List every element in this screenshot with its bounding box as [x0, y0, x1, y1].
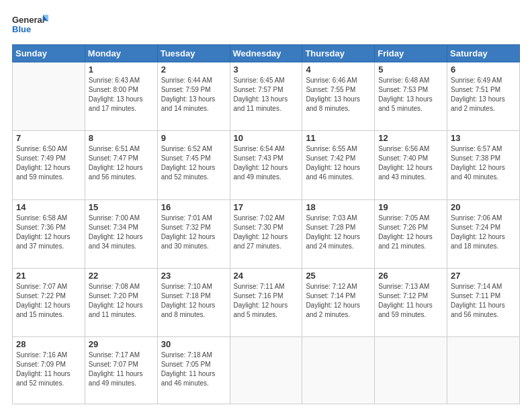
- day-info: Sunrise: 6:55 AM Sunset: 7:42 PM Dayligh…: [306, 144, 371, 182]
- day-number: 23: [161, 271, 226, 281]
- day-number: 18: [306, 202, 371, 212]
- calendar-cell: 21Sunrise: 7:07 AM Sunset: 7:22 PM Dayli…: [13, 268, 85, 336]
- day-number: 2: [161, 64, 226, 75]
- day-number: 8: [89, 133, 154, 143]
- calendar-cell: 12Sunrise: 6:56 AM Sunset: 7:40 PM Dayli…: [375, 131, 447, 199]
- calendar-cell: 15Sunrise: 7:00 AM Sunset: 7:34 PM Dayli…: [85, 199, 157, 268]
- calendar-cell: 17Sunrise: 7:02 AM Sunset: 7:30 PM Dayli…: [230, 199, 302, 268]
- day-info: Sunrise: 7:02 AM Sunset: 7:30 PM Dayligh…: [234, 214, 299, 251]
- day-info: Sunrise: 6:56 AM Sunset: 7:40 PM Dayligh…: [378, 144, 443, 182]
- calendar-cell: 28Sunrise: 7:16 AM Sunset: 7:09 PM Dayli…: [13, 337, 85, 404]
- calendar-cell: 23Sunrise: 7:10 AM Sunset: 7:18 PM Dayli…: [157, 268, 230, 336]
- day-number: 4: [306, 64, 371, 75]
- col-header-friday: Friday: [375, 45, 447, 62]
- svg-text:General: General: [12, 15, 44, 25]
- day-info: Sunrise: 7:16 AM Sunset: 7:09 PM Dayligh…: [16, 351, 81, 388]
- day-info: Sunrise: 7:10 AM Sunset: 7:18 PM Dayligh…: [161, 282, 226, 320]
- col-header-monday: Monday: [85, 45, 157, 62]
- day-number: 29: [89, 339, 154, 349]
- day-info: Sunrise: 7:11 AM Sunset: 7:16 PM Dayligh…: [234, 282, 299, 320]
- col-header-saturday: Saturday: [447, 45, 520, 62]
- day-number: 26: [378, 271, 443, 281]
- calendar-week-row: 28Sunrise: 7:16 AM Sunset: 7:09 PM Dayli…: [13, 337, 520, 404]
- day-info: Sunrise: 6:57 AM Sunset: 7:38 PM Dayligh…: [451, 144, 516, 182]
- day-number: 3: [234, 64, 299, 75]
- day-number: 17: [234, 202, 299, 212]
- day-number: 6: [451, 64, 516, 75]
- calendar-cell: 29Sunrise: 7:17 AM Sunset: 7:07 PM Dayli…: [85, 337, 157, 404]
- calendar-cell: [13, 62, 85, 131]
- day-number: 14: [16, 202, 81, 212]
- day-number: 30: [161, 339, 226, 349]
- calendar-cell: 14Sunrise: 6:58 AM Sunset: 7:36 PM Dayli…: [13, 199, 85, 268]
- calendar-cell: 8Sunrise: 6:51 AM Sunset: 7:47 PM Daylig…: [85, 131, 157, 199]
- day-info: Sunrise: 6:49 AM Sunset: 7:51 PM Dayligh…: [451, 76, 516, 113]
- calendar-cell: 2Sunrise: 6:44 AM Sunset: 7:59 PM Daylig…: [157, 62, 230, 131]
- day-info: Sunrise: 7:14 AM Sunset: 7:11 PM Dayligh…: [451, 282, 516, 320]
- day-number: 16: [161, 202, 226, 212]
- day-number: 13: [451, 133, 516, 143]
- day-info: Sunrise: 7:07 AM Sunset: 7:22 PM Dayligh…: [16, 282, 81, 320]
- calendar-week-row: 21Sunrise: 7:07 AM Sunset: 7:22 PM Dayli…: [13, 268, 520, 336]
- col-header-thursday: Thursday: [302, 45, 375, 62]
- day-info: Sunrise: 7:03 AM Sunset: 7:28 PM Dayligh…: [306, 214, 371, 251]
- calendar-cell: 6Sunrise: 6:49 AM Sunset: 7:51 PM Daylig…: [447, 62, 520, 131]
- calendar-week-row: 1Sunrise: 6:43 AM Sunset: 8:00 PM Daylig…: [13, 62, 520, 131]
- day-info: Sunrise: 6:45 AM Sunset: 7:57 PM Dayligh…: [234, 76, 299, 113]
- calendar-header-row: SundayMondayTuesdayWednesdayThursdayFrid…: [13, 45, 520, 62]
- calendar-cell: 16Sunrise: 7:01 AM Sunset: 7:32 PM Dayli…: [157, 199, 230, 268]
- day-info: Sunrise: 7:12 AM Sunset: 7:14 PM Dayligh…: [306, 282, 371, 320]
- day-info: Sunrise: 6:52 AM Sunset: 7:45 PM Dayligh…: [161, 144, 226, 182]
- day-number: 5: [378, 64, 443, 75]
- day-info: Sunrise: 6:46 AM Sunset: 7:55 PM Dayligh…: [306, 76, 371, 113]
- day-number: 24: [234, 271, 299, 281]
- day-number: 1: [89, 64, 154, 75]
- calendar-cell: 22Sunrise: 7:08 AM Sunset: 7:20 PM Dayli…: [85, 268, 157, 336]
- day-info: Sunrise: 7:01 AM Sunset: 7:32 PM Dayligh…: [161, 214, 226, 251]
- day-number: 19: [378, 202, 443, 212]
- calendar-table: SundayMondayTuesdayWednesdayThursdayFrid…: [12, 44, 520, 404]
- calendar-cell: 4Sunrise: 6:46 AM Sunset: 7:55 PM Daylig…: [302, 62, 375, 131]
- logo: General Blue: [12, 12, 49, 38]
- day-info: Sunrise: 7:08 AM Sunset: 7:20 PM Dayligh…: [89, 282, 154, 320]
- calendar-cell: 26Sunrise: 7:13 AM Sunset: 7:12 PM Dayli…: [375, 268, 447, 336]
- day-info: Sunrise: 6:44 AM Sunset: 7:59 PM Dayligh…: [161, 76, 226, 113]
- calendar-cell: 10Sunrise: 6:54 AM Sunset: 7:43 PM Dayli…: [230, 131, 302, 199]
- calendar-cell: 27Sunrise: 7:14 AM Sunset: 7:11 PM Dayli…: [447, 268, 520, 336]
- day-info: Sunrise: 7:18 AM Sunset: 7:05 PM Dayligh…: [161, 351, 226, 388]
- calendar-cell: 11Sunrise: 6:55 AM Sunset: 7:42 PM Dayli…: [302, 131, 375, 199]
- calendar-cell: 25Sunrise: 7:12 AM Sunset: 7:14 PM Dayli…: [302, 268, 375, 336]
- day-info: Sunrise: 7:06 AM Sunset: 7:24 PM Dayligh…: [451, 214, 516, 251]
- day-info: Sunrise: 7:17 AM Sunset: 7:07 PM Dayligh…: [89, 351, 154, 388]
- day-number: 9: [161, 133, 226, 143]
- day-info: Sunrise: 6:58 AM Sunset: 7:36 PM Dayligh…: [16, 214, 81, 251]
- calendar-cell: 5Sunrise: 6:48 AM Sunset: 7:53 PM Daylig…: [375, 62, 447, 131]
- calendar-cell: 1Sunrise: 6:43 AM Sunset: 8:00 PM Daylig…: [85, 62, 157, 131]
- calendar-cell: 30Sunrise: 7:18 AM Sunset: 7:05 PM Dayli…: [157, 337, 230, 404]
- calendar-cell: 3Sunrise: 6:45 AM Sunset: 7:57 PM Daylig…: [230, 62, 302, 131]
- page-header: General Blue: [12, 12, 520, 38]
- calendar-cell: 18Sunrise: 7:03 AM Sunset: 7:28 PM Dayli…: [302, 199, 375, 268]
- calendar-cell: 7Sunrise: 6:50 AM Sunset: 7:49 PM Daylig…: [13, 131, 85, 199]
- day-number: 27: [451, 271, 516, 281]
- day-number: 11: [306, 133, 371, 143]
- day-info: Sunrise: 7:05 AM Sunset: 7:26 PM Dayligh…: [378, 214, 443, 251]
- col-header-sunday: Sunday: [13, 45, 85, 62]
- calendar-cell: [375, 337, 447, 404]
- calendar-cell: 20Sunrise: 7:06 AM Sunset: 7:24 PM Dayli…: [447, 199, 520, 268]
- day-number: 15: [89, 202, 154, 212]
- logo-svg: General Blue: [12, 12, 49, 38]
- day-info: Sunrise: 6:48 AM Sunset: 7:53 PM Dayligh…: [378, 76, 443, 113]
- calendar-cell: 19Sunrise: 7:05 AM Sunset: 7:26 PM Dayli…: [375, 199, 447, 268]
- calendar-cell: [302, 337, 375, 404]
- day-info: Sunrise: 6:50 AM Sunset: 7:49 PM Dayligh…: [16, 144, 81, 182]
- day-info: Sunrise: 7:13 AM Sunset: 7:12 PM Dayligh…: [378, 282, 443, 320]
- day-info: Sunrise: 6:51 AM Sunset: 7:47 PM Dayligh…: [89, 144, 154, 182]
- day-number: 21: [16, 271, 81, 281]
- day-number: 10: [234, 133, 299, 143]
- calendar-cell: 24Sunrise: 7:11 AM Sunset: 7:16 PM Dayli…: [230, 268, 302, 336]
- day-number: 12: [378, 133, 443, 143]
- day-info: Sunrise: 6:54 AM Sunset: 7:43 PM Dayligh…: [234, 144, 299, 182]
- day-info: Sunrise: 6:43 AM Sunset: 8:00 PM Dayligh…: [89, 76, 154, 113]
- calendar-cell: 9Sunrise: 6:52 AM Sunset: 7:45 PM Daylig…: [157, 131, 230, 199]
